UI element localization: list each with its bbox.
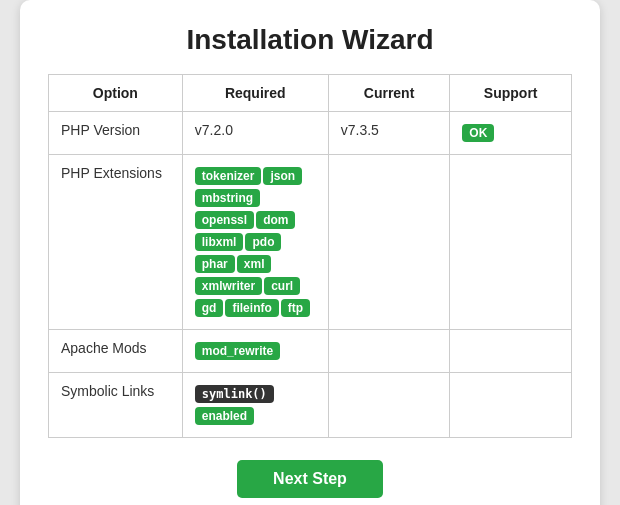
enabled-badge: enabled (195, 407, 254, 425)
symlink-badge: symlink() (195, 385, 274, 403)
support-value (450, 373, 572, 438)
requirements-table: Option Required Current Support PHP Vers… (48, 74, 572, 438)
required-badges: tokenizerjsonmbstringopenssldomlibxmlpdo… (182, 155, 328, 330)
extension-badge: ftp (281, 299, 310, 317)
extension-badge: fileinfo (225, 299, 278, 317)
next-step-button[interactable]: Next Step (237, 460, 383, 498)
option-label: Symbolic Links (49, 373, 183, 438)
extension-badge: openssl (195, 211, 254, 229)
option-label: PHP Extensions (49, 155, 183, 330)
extension-badge: gd (195, 299, 224, 317)
status-badge: OK (462, 124, 494, 142)
extension-badge: mbstring (195, 189, 260, 207)
extension-badge: xml (237, 255, 272, 273)
header-current: Current (328, 75, 450, 112)
option-label: Apache Mods (49, 330, 183, 373)
table-row: PHP Version v7.2.0 v7.3.5 OK (49, 112, 572, 155)
current-value (328, 330, 450, 373)
extension-badge: tokenizer (195, 167, 262, 185)
current-value (328, 373, 450, 438)
current-value: v7.3.5 (328, 112, 450, 155)
table-row: Symbolic Links symlink() enabled (49, 373, 572, 438)
button-wrapper: Next Step (48, 460, 572, 498)
current-value (328, 155, 450, 330)
header-option: Option (49, 75, 183, 112)
support-value (450, 330, 572, 373)
extension-badge: curl (264, 277, 300, 295)
required-value: v7.2.0 (182, 112, 328, 155)
extension-badge: xmlwriter (195, 277, 262, 295)
required-badges: mod_rewrite (182, 330, 328, 373)
extension-badge: libxml (195, 233, 244, 251)
table-row: Apache Mods mod_rewrite (49, 330, 572, 373)
mod-badge: mod_rewrite (195, 342, 280, 360)
support-value (450, 155, 572, 330)
header-required: Required (182, 75, 328, 112)
table-row: PHP Extensions tokenizerjsonmbstringopen… (49, 155, 572, 330)
required-badges: symlink() enabled (182, 373, 328, 438)
page-title: Installation Wizard (48, 24, 572, 56)
wizard-card: Installation Wizard Option Required Curr… (20, 0, 600, 505)
extension-badge: pdo (245, 233, 281, 251)
option-label: PHP Version (49, 112, 183, 155)
extension-badge: dom (256, 211, 295, 229)
extension-badge: phar (195, 255, 235, 273)
extension-badge: json (263, 167, 302, 185)
support-value: OK (450, 112, 572, 155)
header-support: Support (450, 75, 572, 112)
